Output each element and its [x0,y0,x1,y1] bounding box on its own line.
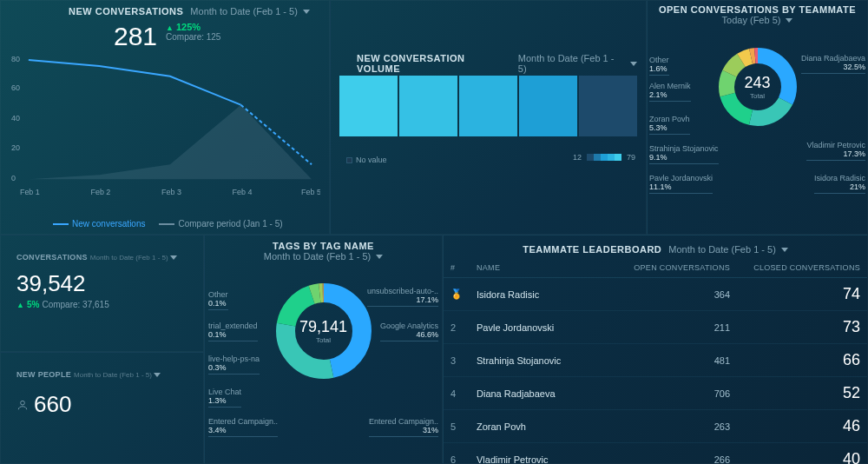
donut-slice-label: Diana Radjabaeva32.5% [801,55,865,74]
col-open: OPEN CONVERSATIONS [615,258,737,278]
donut-slice-label: Pavle Jordanovski11.1% [649,175,713,194]
table-row[interactable]: 🏅Isidora Radisic36474 [444,278,867,311]
svg-text:0: 0 [11,174,16,182]
new-conversation-volume-panel: NEW CONVERSATION VOLUME Month to Date (F… [330,0,647,235]
legend-scale: 12 79 [573,153,635,162]
cell-closed: 74 [737,278,867,311]
cell-name: Vladimir Petrovic [470,443,615,465]
cell-closed: 52 [737,377,867,410]
period-selector[interactable]: Month to Date (Feb 1 - 5) [90,254,177,262]
svg-text:20: 20 [11,143,20,152]
donut-slice-label: Entered Campaign..3.4% [208,418,278,437]
cell-name: Diana Radjabaeva [470,377,615,410]
donut-slice-label: Other1.6% [649,56,669,76]
period-selector[interactable]: Month to Date (Feb 1 - 5) [74,371,161,379]
metric-value: 281 [114,22,157,51]
tags-by-tag-name-panel: TAGS BY TAG NAME Month to Date (Feb 1 - … [204,235,443,464]
period-selector[interactable]: Month to Date (Feb 1 - 5) [668,244,788,255]
metric-value: 39,542 [16,270,86,296]
metric-value: 660 [34,391,71,418]
period-selector[interactable]: Month to Date (Feb 1 - 5) [190,6,310,17]
period-selector[interactable]: Month to Date (Feb 1 - 5) [264,251,384,262]
metric-compare: Compare: 37,615 [42,300,108,309]
cell-rank: 6 [444,443,470,465]
svg-text:Feb 1: Feb 1 [20,188,40,196]
cell-open: 263 [615,410,737,443]
legend-main: New conversations [53,219,145,229]
metric-compare: Compare: 125 [166,32,220,42]
table-row[interactable]: 2Pavle Jordanovski21173 [444,311,867,344]
new-conversations-panel: NEW CONVERSATIONS Month to Date (Feb 1 -… [0,0,330,235]
donut-slice-label: Vladimir Petrovic17.3% [806,142,865,161]
cell-rank: 3 [444,344,470,377]
svg-point-18 [21,401,25,405]
svg-text:Feb 4: Feb 4 [233,188,253,196]
donut-slice-label: Other0.1% [208,291,228,310]
svg-text:Feb 3: Feb 3 [161,188,181,196]
panel-title: OPEN CONVERSATIONS BY TEAMMATE [648,4,867,15]
donut-slice-label: Isidora Radisic21% [814,175,865,194]
panel-title: TEAMMATE LEADERBOARD [523,244,661,255]
cell-name: Pavle Jordanovski [470,311,615,344]
donut-slice-label: unsubscribed-auto-..17.1% [367,288,438,307]
cell-closed: 73 [737,311,867,344]
cell-rank: 5 [444,410,470,443]
col-rank: # [444,258,470,278]
teammate-leaderboard-panel: TEAMMATE LEADERBOARD Month to Date (Feb … [443,235,868,464]
legend-compare: Compare period (Jan 1 - 5) [159,219,282,229]
donut-slice-label: Strahinja Stojanovic9.1% [649,145,719,164]
period-selector[interactable]: Month to Date (Feb 1 - 5) [518,53,637,74]
svg-text:Feb 2: Feb 2 [90,188,110,196]
cell-rank: 4 [444,377,470,410]
cell-closed: 46 [737,410,867,443]
new-people-panel: NEW PEOPLE Month to Date (Feb 1 - 5) 660 [0,352,204,464]
panel-title: TAGS BY TAG NAME [205,241,442,251]
cell-open: 481 [615,344,737,377]
table-row[interactable]: 5Zoran Povh26346 [444,410,867,443]
cell-open: 266 [615,443,737,465]
metric-delta: 5% [16,300,39,309]
cell-rank: 2 [444,311,470,344]
svg-text:60: 60 [11,83,20,92]
cell-name: Zoran Povh [470,410,615,443]
col-closed: CLOSED CONVERSATIONS [737,258,867,278]
svg-text:40: 40 [11,114,20,123]
heatmap-bars [339,76,637,136]
table-row[interactable]: 6Vladimir Petrovic26640 [444,443,867,465]
cell-open: 211 [615,311,737,344]
svg-text:Feb 5: Feb 5 [301,188,320,196]
person-icon [16,399,29,411]
panel-title: NEW PEOPLE [16,370,71,379]
table-row[interactable]: 3Strahinja Stojanovic48166 [444,344,867,377]
line-chart: 0 20 40 60 80 Feb 1 Feb 2 Feb 3 Feb 4 Fe… [10,51,320,198]
donut-slice-label: Google Analytics46.6% [380,322,438,341]
col-name: NAME [470,258,615,278]
cell-name: Strahinja Stojanovic [470,344,615,377]
metric-delta: 125% [166,22,220,32]
cell-closed: 40 [737,443,867,465]
legend-no-value: No value [346,156,387,164]
conversations-total-panel: CONVERSATIONS Month to Date (Feb 1 - 5) … [0,235,204,352]
svg-text:80: 80 [11,55,20,63]
donut-slice-label: Zoran Povh5.3% [649,116,690,135]
cell-open: 364 [615,278,737,311]
leaderboard-table: # NAME OPEN CONVERSATIONS CLOSED CONVERS… [444,258,867,464]
donut-slice-label: trial_extended0.1% [208,322,258,341]
cell-rank: 🏅 [444,278,470,311]
period-selector[interactable]: Today (Feb 5) [722,15,793,25]
cell-name: Isidora Radisic [470,278,615,311]
donut-slice-label: Alen Mernik2.1% [649,83,691,102]
donut-slice-label: Entered Campaign..31% [369,418,438,437]
donut-slice-label: Live Chat1.3% [208,388,241,408]
cell-closed: 66 [737,344,867,377]
panel-title: NEW CONVERSATION VOLUME [357,53,511,74]
open-conversations-by-teammate-panel: OPEN CONVERSATIONS BY TEAMMATE Today (Fe… [647,0,868,235]
table-row[interactable]: 4Diana Radjabaeva70652 [444,377,867,410]
panel-title: NEW CONVERSATIONS [69,6,183,17]
cell-open: 706 [615,377,737,410]
panel-title: CONVERSATIONS [16,253,88,262]
donut-slice-label: live-help-ps-na0.3% [208,355,260,375]
